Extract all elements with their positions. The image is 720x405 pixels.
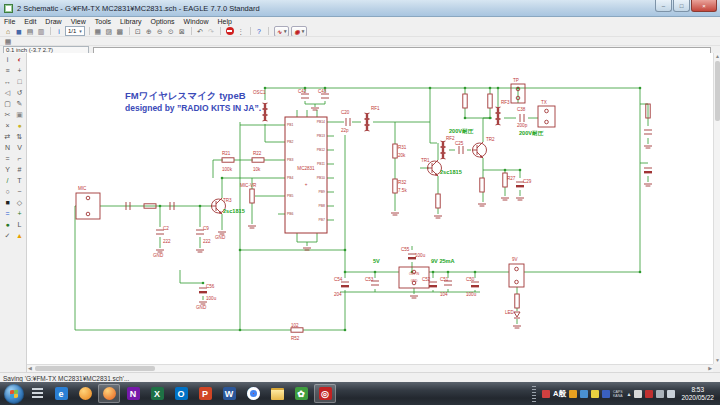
rect-tool[interactable]: ■ (2, 198, 13, 208)
arc-tool[interactable]: ~ (14, 187, 25, 197)
close-button[interactable]: × (691, 0, 717, 12)
tray-expand-arrow[interactable]: ▲ (627, 391, 632, 397)
layer-color-button[interactable]: ▩ (115, 27, 125, 36)
more-button[interactable]: ⋮ (236, 27, 246, 36)
circle-tool[interactable]: ○ (2, 187, 13, 197)
zoom-level-select[interactable]: 1/1▾ (65, 26, 85, 36)
taskbar-app-outlook[interactable]: O (170, 384, 192, 403)
pinswap-tool[interactable]: ⇄ (2, 132, 13, 142)
taskbar-app-list[interactable] (26, 384, 48, 403)
tray-icon-network[interactable] (656, 390, 664, 398)
value-tool[interactable]: V (14, 143, 25, 153)
taskbar-grip[interactable] (532, 386, 536, 402)
net-tool[interactable]: + (14, 209, 25, 219)
horizontal-scrollbar[interactable]: ◀ ▶ (27, 364, 713, 372)
minimize-button[interactable]: – (655, 0, 672, 12)
tray-icon-red[interactable] (542, 390, 550, 398)
paste-tool[interactable]: ▣ (14, 110, 25, 120)
mark-tool[interactable]: + (14, 66, 25, 76)
menu-tools[interactable]: Tools (95, 18, 111, 25)
taskbar-clock[interactable]: 8:53 2020/05/22 (681, 386, 714, 402)
redo-button[interactable]: ↷ (206, 27, 216, 36)
taskbar-app-excel[interactable]: X (146, 384, 168, 403)
taskbar-app-chrome[interactable] (242, 384, 264, 403)
junction-tool[interactable]: ● (2, 220, 13, 230)
move-tool[interactable]: ↔ (2, 77, 13, 87)
tray-icon-av[interactable] (645, 390, 653, 398)
label-tool[interactable]: L (14, 220, 25, 230)
wire-tool[interactable]: / (2, 176, 13, 186)
grid-button[interactable]: ▦ (93, 27, 103, 36)
display-layers-button[interactable]: ▨ (104, 27, 114, 36)
save-button[interactable]: ◼ (14, 27, 24, 36)
erc-tool[interactable]: ✓ (2, 231, 13, 241)
name-tool[interactable]: N (2, 143, 13, 153)
taskbar-app-powerpoint[interactable]: P (194, 384, 216, 403)
menu-file[interactable]: File (4, 18, 15, 25)
tray-icon-flag[interactable] (634, 390, 642, 398)
menu-help[interactable]: Help (218, 18, 232, 25)
taskbar-app-word[interactable]: W (218, 384, 240, 403)
menu-draw[interactable]: Draw (45, 18, 61, 25)
ulp-button-1[interactable]: ∿▾ (274, 26, 290, 37)
menu-window[interactable]: Window (184, 18, 209, 25)
schematic-drawing[interactable]: PB1PB2PB3PB4PB5PB6PB14PB13PB12PB11PB10PB… (27, 53, 713, 364)
taskbar-app-firefox[interactable] (98, 384, 120, 403)
undo-button[interactable]: ↶ (195, 27, 205, 36)
copy-tool[interactable]: □ (14, 77, 25, 87)
mirror-tool[interactable]: ◁ (2, 88, 13, 98)
tray-icon-gold[interactable] (591, 390, 599, 398)
display-tool[interactable]: ≡ (2, 66, 13, 76)
info-button[interactable]: i (54, 27, 64, 36)
tray-icon-volume[interactable] (667, 390, 675, 398)
menu-library[interactable]: Library (120, 18, 141, 25)
zoom-out-button[interactable]: ⊖ (155, 27, 165, 36)
vertical-scroll-thumb[interactable] (715, 61, 720, 121)
print-button[interactable]: ▤ (25, 27, 35, 36)
errors-tool[interactable]: ▲ (14, 231, 25, 241)
invoke-tool[interactable]: # (14, 165, 25, 175)
menu-view[interactable]: View (71, 18, 86, 25)
zoom-in-button[interactable]: ⊕ (144, 27, 154, 36)
taskbar-app-onenote[interactable]: N (122, 384, 144, 403)
maximize-button[interactable]: □ (673, 0, 690, 12)
zoom-fit-button[interactable]: ⊡ (133, 27, 143, 36)
schematic-canvas[interactable]: PB1PB2PB3PB4PB5PB6PB14PB13PB12PB11PB10PB… (27, 53, 713, 364)
stop-button[interactable] (226, 27, 234, 35)
taskbar-app-green[interactable]: ✿ (290, 384, 312, 403)
taskbar-app-ie[interactable]: e (50, 384, 72, 403)
ulp-button-2[interactable]: ◉▾ (291, 26, 307, 37)
help-button[interactable]: ? (254, 27, 264, 36)
add-part-tool[interactable]: ● (14, 121, 25, 131)
taskbar-app-eagle[interactable]: ◎ (314, 384, 336, 403)
tray-icon-update[interactable] (602, 390, 610, 398)
open-button[interactable]: ⌂ (3, 27, 13, 36)
horizontal-scroll-thumb[interactable] (35, 366, 155, 371)
text-tool[interactable]: T (14, 176, 25, 186)
tray-icon-blue[interactable] (580, 390, 588, 398)
rotate-tool[interactable]: ↺ (14, 88, 25, 98)
change-tool[interactable]: ✎ (14, 99, 25, 109)
ime-mode-indicator[interactable]: A般 (553, 389, 566, 399)
replace-tool[interactable]: ⇅ (14, 132, 25, 142)
menu-edit[interactable]: Edit (24, 18, 36, 25)
vertical-scrollbar[interactable]: ▲ ▼ (713, 53, 720, 364)
layer-settings-tool[interactable]: ◐ (14, 55, 25, 65)
bus-tool[interactable]: = (2, 209, 13, 219)
taskbar-app-media[interactable] (74, 384, 96, 403)
delete-tool[interactable]: × (2, 121, 13, 131)
miter-tool[interactable]: ⌐ (14, 154, 25, 164)
smash-tool[interactable]: = (2, 154, 13, 164)
zoom-redraw-button[interactable]: ⊙ (166, 27, 176, 36)
split-tool[interactable]: Y (2, 165, 13, 175)
polygon-tool[interactable]: ◇ (14, 198, 25, 208)
cut-tool[interactable]: ✂ (2, 110, 13, 120)
info-tool[interactable]: i (2, 55, 13, 65)
group-tool[interactable]: ▢ (2, 99, 13, 109)
tray-icon-palette[interactable] (569, 390, 577, 398)
start-button[interactable] (4, 384, 24, 404)
taskbar-app-explorer[interactable] (266, 384, 288, 403)
menu-options[interactable]: Options (150, 18, 174, 25)
export-image-button[interactable]: ▥ (36, 27, 46, 36)
zoom-select-button[interactable]: ⊠ (177, 27, 187, 36)
